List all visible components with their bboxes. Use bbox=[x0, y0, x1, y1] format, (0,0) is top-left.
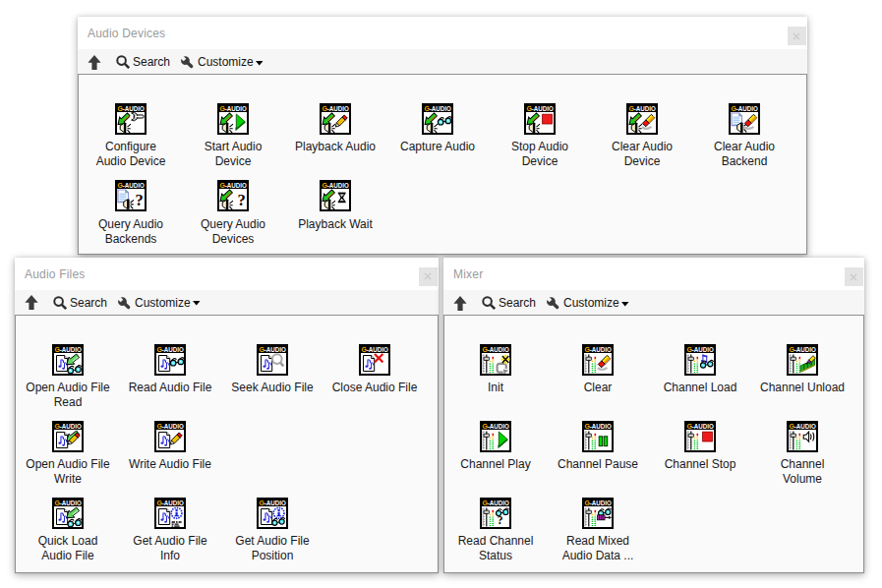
svg-text:?: ? bbox=[498, 514, 503, 526]
